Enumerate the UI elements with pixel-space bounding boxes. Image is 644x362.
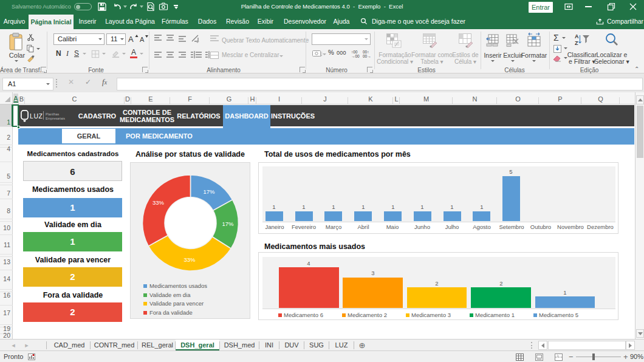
svg-text:17%: 17% bbox=[222, 220, 234, 227]
svg-text:17%: 17% bbox=[203, 188, 215, 195]
svg-text:33%: 33% bbox=[183, 256, 196, 263]
svg-text:A: A bbox=[128, 35, 134, 44]
svg-text:33%: 33% bbox=[152, 199, 165, 206]
svg-text:A: A bbox=[140, 36, 145, 43]
